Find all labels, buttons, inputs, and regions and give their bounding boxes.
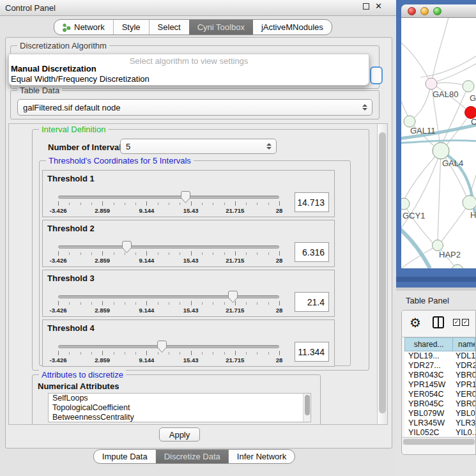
node-table-body[interactable]: YDL19...YDL1...YDR27...YDR2...YBR043CYBR…	[404, 351, 475, 436]
table-cell-shared-name[interactable]: YIL052C	[404, 428, 453, 436]
table-cell-shared-name[interactable]: YDR27...	[404, 361, 453, 371]
table-row[interactable]: YBR045CYBR0...	[404, 399, 475, 409]
slider-track[interactable]	[58, 345, 279, 348]
network-node[interactable]	[401, 198, 410, 210]
table-cell-name[interactable]: YER0...	[453, 390, 475, 399]
slider-track[interactable]	[58, 245, 279, 249]
network-node[interactable]	[463, 196, 476, 210]
table-data-combo[interactable]: galFiltered.sif default node	[17, 99, 372, 116]
threshold-2-value-field[interactable]: 6.316	[295, 242, 329, 262]
column-header-name[interactable]: name	[453, 337, 475, 351]
table-cell-name[interactable]: YBR0...	[453, 399, 475, 409]
columns-icon[interactable]	[433, 316, 444, 328]
network-window-titlebar[interactable]	[401, 4, 476, 18]
table-cell-shared-name[interactable]: YBR045C	[404, 399, 453, 409]
threshold-3-slider[interactable]: -3.4262.8599.14415.4321.71528	[58, 293, 279, 316]
tab-cyni-toolbox[interactable]: Cyni Toolbox	[189, 20, 253, 35]
close-icon[interactable]: ✕	[375, 3, 382, 10]
threshold-1-slider[interactable]: -3.4262.8599.14415.4321.71528	[58, 194, 279, 217]
table-row[interactable]: YLR345WYLR3...	[404, 418, 475, 428]
algorithm-combo-focus-ring[interactable]	[370, 66, 383, 84]
gear-icon[interactable]: ⚙	[410, 316, 421, 330]
node-label: HAP2	[439, 250, 461, 259]
network-node[interactable]	[433, 142, 449, 159]
table-row[interactable]: YBL079WYBL0...	[404, 409, 475, 418]
algorithm-option-equal-width-frequency[interactable]: Equal Width/Frequency Discretization	[9, 74, 369, 84]
settings-vertical-scrollbar[interactable]	[377, 124, 387, 424]
threshold-4-slider[interactable]: -3.4262.8599.14415.4321.71528	[58, 343, 279, 366]
table-row[interactable]: YPR145WYPR1...	[404, 380, 475, 390]
table-cell-shared-name[interactable]: YBR043C	[404, 371, 453, 380]
slider-track[interactable]	[58, 196, 279, 199]
numerical-attributes-list[interactable]: SelfLoopsTopologicalCoefficientBetweenne…	[48, 393, 311, 422]
checkbox-icon[interactable]: ✓	[453, 319, 460, 326]
table-cell-name[interactable]: YPR1...	[453, 380, 475, 390]
network-node[interactable]	[426, 78, 437, 89]
table-cell-name[interactable]: YDL1...	[453, 351, 475, 361]
node-label: GAL11	[410, 126, 436, 135]
threshold-4-value-field[interactable]: 11.344	[295, 342, 329, 362]
attribute-list-item[interactable]: SelfLoops	[49, 394, 303, 403]
table-cell-name[interactable]: YIL0...	[453, 428, 475, 436]
slider-scale-label: 2.859	[95, 257, 110, 264]
attribute-list-item[interactable]: BetweennessCentrality	[49, 413, 303, 422]
slider-scale-label: 28	[276, 307, 283, 314]
float-window-icon[interactable]	[363, 3, 369, 10]
scrollbar-thumb[interactable]	[403, 439, 475, 445]
table-cell-shared-name[interactable]: YLR345W	[404, 418, 453, 428]
scrollbar-thumb[interactable]	[379, 132, 386, 413]
threshold-1-value-field[interactable]: 14.713	[295, 192, 329, 212]
table-horizontal-scrollbar[interactable]	[402, 437, 475, 445]
threshold-1-label: Threshold 1	[47, 174, 95, 183]
table-cell-shared-name[interactable]: YBL079W	[404, 409, 453, 418]
table-cell-shared-name[interactable]: YPR145W	[404, 380, 453, 390]
attribute-list-items: SelfLoopsTopologicalCoefficientBetweenne…	[49, 394, 303, 422]
threshold-2-slider[interactable]: -3.4262.8599.14415.4321.71528	[58, 243, 279, 266]
table-row[interactable]: YER054CYER0...	[404, 390, 475, 399]
slider-scale-label: 15.43	[183, 257, 199, 264]
slider-scale-labels: -3.4262.8599.14415.4321.71528	[58, 207, 279, 215]
table-row[interactable]: YDR27...YDR2...	[404, 361, 475, 371]
table-row[interactable]: YDL19...YDL1...	[404, 351, 475, 361]
checkbox-icon[interactable]: ✓	[462, 319, 469, 326]
tab-jactivemnodules[interactable]: jActiveMNodules	[253, 20, 332, 35]
tab-network[interactable]: Network	[54, 20, 114, 35]
slider-scale-label: -3.426	[50, 307, 67, 314]
minimize-traffic-light[interactable]	[420, 7, 429, 15]
table-row[interactable]: YIL052CYIL0...	[404, 428, 475, 436]
control-panel-tabbar: Network Style Select Cyni Toolbox jActiv…	[54, 19, 332, 35]
slider-scale-label: 21.715	[226, 257, 244, 264]
column-header-shared-name[interactable]: shared...	[404, 337, 453, 351]
interval-definition-group: Interval Definition Number of Intervals …	[32, 129, 369, 371]
slider-scale-label: 15.43	[183, 207, 199, 214]
network-canvas[interactable]: GAL80GACGAL11GAL4GCY1HHAP2	[401, 18, 476, 268]
number-of-intervals-combo[interactable]: 5	[120, 139, 277, 154]
tab-impute-data[interactable]: Impute Data	[94, 450, 156, 463]
network-node[interactable]	[433, 240, 443, 251]
zoom-traffic-light[interactable]	[433, 7, 441, 15]
close-traffic-light[interactable]	[408, 7, 416, 15]
table-cell-shared-name[interactable]: YDL19...	[404, 351, 453, 361]
slider-scale-label: 21.715	[226, 357, 244, 364]
attribute-list-item[interactable]: TopologicalCoefficient	[49, 403, 303, 413]
apply-button[interactable]: Apply	[159, 427, 200, 441]
list-scrollbar[interactable]	[303, 394, 311, 422]
tab-style[interactable]: Style	[114, 20, 150, 35]
network-node[interactable]	[463, 81, 474, 92]
network-graph-icon	[63, 23, 71, 32]
slider-scale-label: 9.144	[139, 357, 155, 364]
table-cell-name[interactable]: YBL0...	[453, 409, 475, 418]
slider-scale-label: 9.144	[139, 257, 155, 264]
tab-select[interactable]: Select	[150, 20, 189, 35]
table-cell-name[interactable]: YDR2...	[453, 361, 475, 371]
table-cell-name[interactable]: YBR0...	[453, 371, 475, 380]
table-cell-shared-name[interactable]: YER054C	[404, 390, 453, 399]
table-data-group: Table Data galFiltered.sif default node	[10, 90, 380, 119]
table-row[interactable]: YBR043CYBR0...	[404, 371, 475, 380]
table-cell-name[interactable]: YLR3...	[453, 418, 475, 428]
tab-infer-network[interactable]: Infer Network	[229, 450, 295, 463]
slider-ticks	[58, 201, 279, 206]
tab-discretize-data[interactable]: Discretize Data	[156, 450, 229, 463]
threshold-3-value-field[interactable]: 21.4	[295, 292, 329, 312]
slider-track[interactable]	[58, 295, 279, 298]
